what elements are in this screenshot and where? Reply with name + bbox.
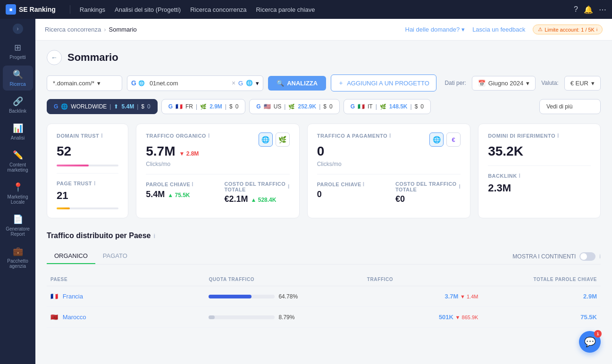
traffic-change-1: ▼ [455,314,462,320]
leaf-icon-fr: 🌿 [200,104,207,110]
traffic-section-info-icon[interactable]: i [154,232,156,240]
region-tab-worldwide[interactable]: G 🌐 WORLDWIDE | ⬆ 5.4M | $ 0 [47,99,158,114]
help-link[interactable]: Hai delle domande? ▾ [405,26,465,33]
nav-link-parole-chiave[interactable]: Ricerca parole chiave [256,6,315,13]
globe-toggle-btn[interactable]: 🌐 [259,132,273,147]
nav-link-analisi[interactable]: Analisi del sito (Progetti) [115,6,181,13]
paid-euro-btn[interactable]: € [446,132,461,147]
leaf-icon: 🌿 [278,136,286,143]
see-more-select[interactable]: Vedi di più [539,99,601,114]
domain-icons: × G 🌐 ▾ [232,79,259,87]
organic-cost-block: COSTO DEL TRAFFICO TOTALE i €2.1M 528.4K [224,181,289,204]
backlink-info[interactable]: i [519,173,521,179]
sidebar-label-pacchetto-agenzia: Pacchetto agenzia [6,258,30,269]
country-name-1[interactable]: Marocco [63,314,86,321]
sidebar-expand-button[interactable]: › [13,24,23,34]
google-icon: G [131,79,136,87]
sidebar-item-generatore-report[interactable]: 📄 Generatore Report [3,210,33,240]
chevron-down-icon-domain[interactable]: ▾ [256,80,259,87]
bell-icon[interactable]: 🔔 [584,5,593,14]
sidebar-item-content-marketing[interactable]: ✏️ Content marketing [3,146,33,176]
date-select[interactable]: 📅 Giugno 2024 ▾ [472,76,536,91]
traffic-pct-1: 8.79% [278,314,299,321]
analyze-label: ANALIZZA [287,80,318,87]
organic-divider [146,174,289,174]
sidebar-item-analisi[interactable]: 📊 Analisi [3,119,33,144]
flag-1: 🇲🇦 [50,314,58,321]
help-icon[interactable]: ? [574,5,578,14]
sidebar-item-marketing-locale[interactable]: 📍 Marketing Locale [3,178,33,208]
us-label: US [274,103,282,110]
leaf-toggle-btn[interactable]: 🌿 [276,132,290,147]
tab-pagato[interactable]: PAGATO [95,248,135,264]
paid-kw-title: PAROLE CHIAVE i [317,181,382,188]
breadcrumb-bar: Ricerca concorrenza › Sommario Hai delle… [35,19,612,41]
page-title: Sommario [67,51,118,64]
traffic-change-val-0: 1.4M [467,294,478,299]
td-paese-0: 🇫🇷 Francia [47,293,205,300]
sidebar-item-progetti[interactable]: ⊞ Progetti [3,39,33,64]
currency-select[interactable]: € EUR ▾ [564,76,601,91]
paid-divider [317,174,461,174]
keywords-val-1: 75.5K [580,314,597,321]
country-name-0[interactable]: Francia [63,293,83,300]
organic-kw-info[interactable]: i [192,181,193,188]
tab-organico[interactable]: ORGANICO [47,248,95,264]
content-marketing-icon: ✏️ [13,150,23,160]
th-keywords: TOTALE PAROLE CHIAVE [482,277,601,282]
sidebar-item-ricerca[interactable]: 🔍 Ricerca [3,66,33,91]
more-icon[interactable]: ⋯ [599,5,606,14]
continents-info-icon[interactable]: i [599,253,601,260]
nav-link-ricerca-concorrenza[interactable]: Ricerca concorrenza [190,6,246,13]
organic-cost-info[interactable]: i [288,183,290,190]
reference-domains-info[interactable]: i [557,132,559,139]
feedback-link[interactable]: Lascia un feedback [472,26,525,33]
chat-bubble[interactable]: 💬 1 [579,331,601,353]
metric-keywords-row: PAROLE CHIAVE i 5.4M 75.5K COSTO DEL TRA… [146,181,289,204]
sidebar-item-pacchetto-agenzia[interactable]: 💼 Pacchetto agenzia [3,242,33,273]
td-quota-1: 8.79% [205,314,363,321]
organic-sub: Clicks/mo [146,161,210,167]
leaf-icon-worldwide: ⬆ [114,103,118,110]
region-tab-it[interactable]: G 🇮🇹 IT | 🌿 148.5K | $ 0 [344,99,431,114]
breadcrumb-link-ricerca[interactable]: Ricerca concorrenza [45,26,101,33]
ricerca-icon: 🔍 [13,69,23,80]
brand[interactable]: ■ SE Ranking [6,4,56,15]
worldwide-metric: 5.4M [121,103,134,110]
organic-traffic-info[interactable]: i [208,132,210,139]
nav-link-rankings[interactable]: Rankings [80,6,105,13]
paid-globe-btn[interactable]: 🌐 [429,132,444,147]
paid-cost-info[interactable]: i [459,183,461,190]
domain-trust-info-icon[interactable]: i [101,132,103,139]
continents-toggle[interactable] [579,252,595,261]
region-tab-fr[interactable]: G 🇫🇷 FR | 🌿 2.9M | $ 0 [161,99,246,114]
breadcrumb: Ricerca concorrenza › Sommario [45,26,137,33]
back-button[interactable]: ← [47,50,62,65]
sidebar-label-marketing-locale: Marketing Locale [6,194,30,205]
limit-text: Limite account: 1 / 5K [545,27,595,33]
us-zero: 0 [329,103,333,110]
add-project-button[interactable]: ＋ AGGIUNGI A UN PROGETTO [331,74,436,91]
paid-kw-info[interactable]: i [363,181,365,188]
domain-input[interactable] [147,76,232,91]
page-trust-info-icon[interactable]: i [94,180,96,187]
brand-label: SE Ranking [19,6,56,13]
globe-search-icon: 🌐 [246,80,253,86]
sidebar-item-backlink[interactable]: 🔗 Backlink [3,92,33,117]
chevron-down-icon: ▾ [461,26,465,33]
paid-sub: Clicks/mo [317,161,391,167]
chevron-down-icon: ▾ [97,80,101,87]
td-paese-1: 🇲🇦 Marocco [47,314,205,321]
paid-keywords-block: PAROLE CHIAVE i 0 [317,181,382,204]
reference-domains-value: 35.2K [488,144,591,159]
paid-traffic-info[interactable]: i [389,132,391,139]
domain-filter-select[interactable]: *.domain.com/* ▾ [47,75,122,91]
page-content: ← Sommario *.domain.com/* ▾ G 🌐 × G 🌐 [35,41,612,337]
organic-icons: 🌐 🌿 [259,132,290,147]
traffic-bar-wrap-0: 64.78% [209,293,359,300]
flag-0: 🇫🇷 [50,293,58,300]
region-tab-us[interactable]: G 🇺🇸 US | 🌿 252.9K | $ 0 [249,99,339,114]
clear-icon[interactable]: × [232,79,235,87]
paid-icons: 🌐 € [429,132,461,147]
analyze-button[interactable]: 🔍 ANALIZZA [268,76,326,91]
